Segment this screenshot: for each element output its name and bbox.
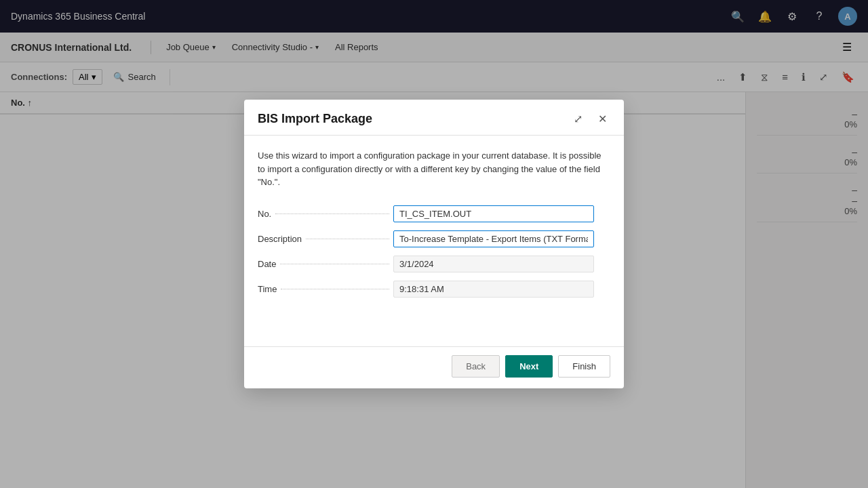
field-value-date: 3/1/2024 (393, 256, 594, 272)
dialog-footer: Back Next Finish (244, 347, 624, 388)
next-button[interactable]: Next (505, 355, 553, 378)
field-label-description: Description (258, 234, 393, 244)
expand-dialog-icon[interactable]: ⤢ (570, 110, 586, 127)
field-input-no[interactable] (393, 205, 594, 222)
back-button[interactable]: Back (452, 355, 500, 378)
modal-overlay: BIS Import Package ⤢ ✕ Use this wizard t… (0, 0, 868, 488)
field-value-time: 9:18:31 AM (393, 281, 594, 298)
form-row-date: Date 3/1/2024 (258, 256, 610, 272)
close-dialog-icon[interactable]: ✕ (594, 110, 610, 127)
dialog-title: BIS Import Package (258, 112, 372, 126)
form-row-no: No. (258, 205, 610, 222)
field-label-no: No. (258, 209, 393, 219)
dialog-body: Use this wizard to import a configuratio… (244, 136, 624, 346)
dialog-spacer (258, 306, 610, 346)
dialog-header-icons: ⤢ ✕ (570, 110, 610, 127)
form-row-description: Description (258, 230, 610, 247)
field-label-date: Date (258, 259, 393, 269)
form-row-time: Time 9:18:31 AM (258, 281, 610, 298)
dialog-header: BIS Import Package ⤢ ✕ (244, 100, 624, 136)
dialog-description: Use this wizard to import a configuratio… (258, 149, 610, 189)
field-input-description[interactable] (393, 230, 594, 247)
finish-button[interactable]: Finish (558, 355, 610, 378)
bis-import-package-dialog: BIS Import Package ⤢ ✕ Use this wizard t… (244, 100, 624, 388)
field-label-time: Time (258, 284, 393, 294)
